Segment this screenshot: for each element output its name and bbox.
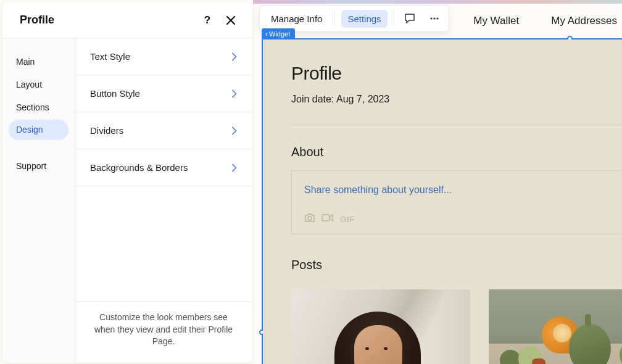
page-top-gradient	[253, 0, 622, 4]
sidebar-item-main[interactable]: Main	[9, 52, 68, 72]
gif-button[interactable]: GIF	[340, 215, 355, 224]
toolbar-divider	[394, 10, 394, 27]
profile-widget[interactable]: Profile Join date: Aug 7, 2023 About Sha…	[263, 39, 622, 364]
about-placeholder[interactable]: Share something about yourself...	[304, 184, 611, 196]
nav-my-addresses[interactable]: My Addresses	[551, 15, 617, 27]
panel-header: Profile ?	[2, 2, 252, 38]
manage-info-button[interactable]: Manage Info	[265, 10, 328, 28]
chevron-right-icon	[231, 89, 237, 98]
sidebar-item-design[interactable]: Design	[9, 120, 68, 140]
svg-point-3	[308, 217, 312, 220]
option-label: Button Style	[90, 88, 140, 99]
comments-icon[interactable]	[400, 9, 419, 28]
video-icon[interactable]	[321, 213, 334, 225]
camera-icon[interactable]	[304, 213, 315, 225]
help-icon[interactable]: ?	[201, 14, 214, 27]
widget-selection-frame: Widget Profile Join date: Aug 7, 2023 Ab…	[262, 38, 622, 364]
option-label: Dividers	[90, 125, 123, 136]
sidebar-item-sections[interactable]: Sections	[9, 97, 68, 118]
panel-footer-note: Customize the look members see when they…	[75, 301, 252, 363]
post-card[interactable]	[291, 289, 470, 364]
panel-title: Profile	[20, 14, 54, 27]
nav-my-wallet[interactable]: My Wallet	[473, 15, 519, 27]
sidebar-item-layout[interactable]: Layout	[9, 75, 68, 95]
svg-point-0	[430, 17, 432, 19]
option-label: Backgrounds & Borders	[90, 162, 188, 173]
join-date-value: Aug 7, 2023	[336, 94, 389, 104]
selection-tag-label: Widget	[269, 30, 290, 38]
option-label: Text Style	[90, 51, 130, 62]
option-button-style[interactable]: Button Style	[75, 75, 252, 112]
chevron-right-icon	[231, 126, 237, 135]
option-dividers[interactable]: Dividers	[75, 112, 252, 149]
more-icon[interactable]	[425, 9, 444, 28]
join-date: Join date: Aug 7, 2023	[291, 94, 622, 105]
about-heading: About	[291, 145, 622, 159]
section-divider	[291, 125, 622, 125]
editor-canvas: Manage Info Settings My Wallet My Addres…	[253, 0, 622, 364]
panel-body: Main Layout Sections Design Support Text…	[2, 38, 252, 363]
toolbar-divider	[334, 10, 335, 27]
option-backgrounds-borders[interactable]: Backgrounds & Borders	[75, 149, 252, 186]
sidebar-item-support[interactable]: Support	[9, 156, 68, 176]
member-top-nav: My Wallet My Addresses	[473, 15, 617, 27]
panel-header-actions: ?	[201, 14, 237, 27]
posts-row	[291, 289, 622, 364]
about-media-toolbar: GIF	[304, 213, 611, 225]
profile-heading: Profile	[291, 63, 622, 84]
about-editor[interactable]: Share something about yourself... GIF	[291, 170, 622, 234]
settings-panel: Profile ? Main Layout Sections Design Su…	[2, 2, 252, 363]
svg-point-2	[436, 17, 438, 19]
join-date-label: Join date:	[291, 94, 334, 104]
chevron-right-icon	[231, 163, 237, 172]
svg-point-1	[433, 17, 435, 19]
settings-button[interactable]: Settings	[341, 10, 387, 28]
panel-option-list: Text Style Button Style Dividers Backgro…	[75, 38, 252, 363]
close-icon[interactable]	[225, 14, 237, 27]
selection-tag[interactable]: Widget	[262, 28, 295, 39]
panel-sidebar: Main Layout Sections Design Support	[2, 38, 75, 363]
svg-rect-4	[322, 215, 330, 221]
post-card[interactable]	[489, 289, 622, 364]
chevron-right-icon	[231, 52, 237, 61]
option-text-style[interactable]: Text Style	[75, 38, 252, 75]
posts-heading: Posts	[291, 258, 622, 272]
